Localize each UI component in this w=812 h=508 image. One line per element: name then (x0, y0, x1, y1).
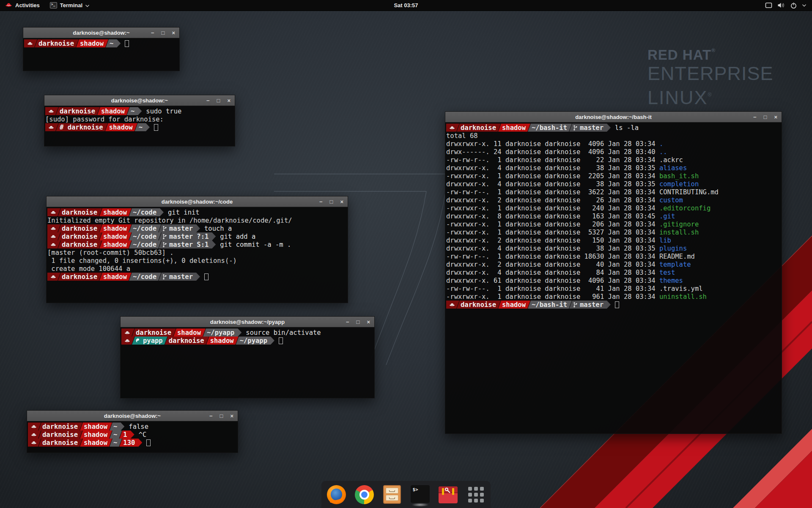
maximize-button[interactable]: □ (357, 319, 360, 325)
close-button[interactable]: × (367, 319, 370, 325)
prompt-segment-user: darknoise (457, 301, 501, 309)
minimize-button[interactable]: − (151, 30, 154, 36)
app-grid-icon[interactable] (466, 485, 486, 504)
maximize-button[interactable]: □ (217, 98, 220, 103)
file-name: lib (659, 237, 671, 244)
minimize-button[interactable]: − (206, 98, 210, 103)
minimize-button[interactable]: − (319, 199, 323, 204)
file-row: -rw-rw-r--. 1 darknoise darknoise 22 Jan… (446, 156, 782, 164)
maximize-button[interactable]: □ (220, 413, 223, 419)
prompt-segment-path: ~/pyapp (236, 337, 274, 345)
activities-button[interactable]: Activities (0, 0, 45, 11)
chevron-down-icon (802, 4, 806, 7)
desktop: RED HAT® ENTERPRISE LINUX® Activities >_… (0, 0, 812, 508)
git-branch-icon (162, 234, 167, 240)
file-meta: drwxrwxr-x. 4 darknoise darknoise 38 Jan… (446, 164, 659, 172)
file-meta: drwxrwxr-x. 4 darknoise darknoise 38 Jan… (446, 245, 659, 252)
file-name: completion (659, 180, 699, 188)
file-meta: -rwxrwxr-x. 1 darknoise darknoise 2205 J… (446, 172, 659, 180)
title-bar[interactable]: darknoise@shadow:~ −□× (44, 95, 235, 106)
terminal-window-pyapp: darknoise@shadow:~/pyapp −□× darknoisesh… (120, 316, 375, 398)
maximize-button[interactable]: □ (162, 30, 165, 36)
file-meta: drwxrwxr-x. 11 darknoise darknoise 4096 … (446, 140, 659, 148)
maximize-button[interactable]: □ (764, 114, 767, 120)
chrome-icon[interactable] (355, 485, 374, 504)
title-bar[interactable]: darknoise@shadow:~ −□× (23, 28, 179, 38)
close-button[interactable]: × (227, 98, 230, 103)
file-row: -rw-rw-r--. 1 darknoise darknoise 41 Jan… (446, 284, 782, 293)
command-text: ls -la (615, 124, 639, 132)
app-menu-terminal[interactable]: >_ Terminal (45, 0, 94, 11)
rhel-logo: RED HAT® ENTERPRISE LINUX® (647, 42, 774, 108)
terminal-app-icon: >_ (50, 2, 57, 8)
terminal-cursor (146, 439, 151, 446)
prompt-line: darknoiseshadow~/codemaster (47, 273, 348, 281)
system-menu[interactable] (762, 0, 809, 11)
terminal-window-code: darknoise@shadow:~/code −□× darknoisesha… (46, 196, 348, 303)
file-meta: drwxrwxr-x. 2 darknoise darknoise 26 Jan… (446, 196, 659, 204)
redhat-fedora-icon (50, 210, 56, 215)
output-line: [sudo] password for darknoise: (45, 115, 235, 123)
minimize-button[interactable]: − (753, 114, 757, 120)
output-line: total 68 (446, 132, 782, 140)
terminal-icon[interactable]: $> (411, 485, 430, 504)
file-meta: -rwxrwxr-x. 1 darknoise darknoise 206 Ja… (446, 221, 659, 228)
activities-label: Activities (15, 2, 40, 8)
prompt-segment-path: ~/code (129, 224, 161, 232)
rhel-logo-line1: RED HAT® (647, 42, 774, 63)
title-bar[interactable]: darknoise@shadow:~ −□× (27, 411, 238, 421)
file-row: -rw-rw-r--. 1 darknoise darknoise 18630 … (446, 252, 782, 260)
redhat-fedora-icon (449, 125, 455, 130)
prompt-segment-host: shadow (80, 431, 112, 439)
minimize-button[interactable]: − (209, 413, 213, 419)
app-menu-label: Terminal (60, 2, 82, 8)
title-bar[interactable]: darknoise@shadow:~/bash-it −□× (445, 112, 782, 122)
prompt-segment-path: ~/pyapp (203, 329, 241, 337)
terminal-body[interactable]: darknoiseshadow~/bash-itmasterls -latota… (445, 122, 782, 433)
prompt-segment-path: ~ (127, 107, 142, 115)
toolbox-icon[interactable] (439, 485, 458, 504)
firefox-icon[interactable] (327, 485, 346, 504)
file-name: uninstall.sh (659, 293, 707, 301)
prompt-segment-host: shadow (173, 329, 206, 337)
title-bar[interactable]: darknoise@shadow:~/code −□× (47, 196, 348, 207)
terminal-cursor (204, 273, 208, 280)
terminal-body[interactable]: darknoiseshadow~/pyappsource bin/activat… (121, 327, 374, 398)
prompt-segment-user: darknoise (165, 337, 209, 345)
terminal-body[interactable]: darknoiseshadow~sudo true[sudo] password… (44, 106, 235, 146)
prompt-segment-host: shadow (80, 439, 112, 447)
prompt-segment-path: ~ (110, 422, 124, 431)
prompt-segment-err: 130 (119, 439, 142, 447)
close-button[interactable]: × (340, 199, 343, 204)
files-icon[interactable] (383, 485, 402, 504)
file-row: -rwxrwxr-x. 1 darknoise darknoise 961 Ja… (446, 293, 782, 301)
running-indicator (411, 503, 429, 507)
window-title: darknoise@shadow:~ (73, 30, 129, 36)
terminal-body[interactable]: darknoiseshadow~ (23, 38, 179, 71)
file-name: README.md (659, 253, 695, 260)
close-button[interactable]: × (774, 114, 777, 120)
prompt-line: darknoiseshadow~false (28, 422, 238, 431)
prompt-segment-path: ~/bash-it (528, 301, 572, 309)
clock[interactable]: Sat 03:57 (394, 2, 418, 8)
display-icon (765, 2, 772, 8)
file-row: drwxrwxr-x. 11 darknoise darknoise 4096 … (446, 140, 782, 148)
file-name: .ackrc (659, 156, 683, 164)
file-row: drwxrwxr-x. 8 darknoise darknoise 163 Ja… (446, 212, 782, 220)
prompt-segment-git: master (159, 224, 200, 232)
close-button[interactable]: × (230, 413, 233, 419)
minimize-button[interactable]: − (346, 319, 349, 325)
prompt-segment-host: shadow (105, 123, 137, 131)
power-icon (790, 2, 797, 9)
prompt-segment-host: shadow (99, 232, 132, 240)
title-bar[interactable]: darknoise@shadow:~/pyapp −□× (121, 317, 374, 327)
file-meta: -rwxrwxr-x. 1 darknoise darknoise 240 Ja… (446, 204, 659, 212)
terminal-body[interactable]: darknoiseshadow~/codegit initInitialized… (47, 207, 348, 303)
maximize-button[interactable]: □ (330, 199, 333, 204)
prompt-segment-user: darknoise (38, 431, 82, 439)
terminal-body[interactable]: darknoiseshadow~falsedarknoiseshadow~1^C… (27, 421, 238, 453)
prompt-segment-host: shadow (99, 240, 132, 248)
output-line: [master (root-commit) 50bcb63] . (47, 248, 348, 257)
close-button[interactable]: × (172, 30, 175, 36)
command-text: source bin/activate (246, 329, 321, 337)
